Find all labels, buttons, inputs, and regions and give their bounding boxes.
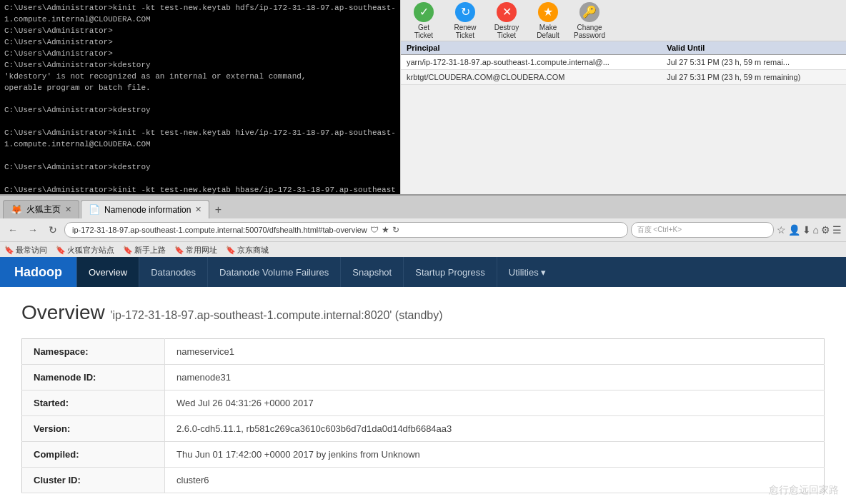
bookmarks-row: 🔖 最常访问🔖 火狐官方站点🔖 新手上路🔖 常用网址🔖 京东商城 [0, 241, 846, 258]
bookmark-最常访问[interactable]: 🔖 最常访问 [4, 245, 47, 256]
page-title: Overview 'ip-172-31-18-97.ap-southeast-1… [21, 301, 825, 324]
field-label: Namespace: [22, 339, 165, 365]
refresh-icon[interactable]: ↻ [392, 225, 399, 235]
browser-chrome: 🦊 火狐主页 ✕📄 Namenode information ✕ + ← → ↻… [0, 194, 846, 258]
info-row: Namenode ID: namenode31 [22, 365, 825, 390]
kerb-btn-getticket[interactable]: ✓ GetTicket [407, 2, 441, 39]
bookmark-常用网址[interactable]: 🔖 常用网址 [174, 245, 217, 256]
bookmark-icon: 🔖 [56, 246, 66, 255]
main-content: Hadoop OverviewDatanodesDatanode Volume … [0, 257, 846, 504]
star-icon: ★ [382, 225, 389, 235]
nav-item-datanodes[interactable]: Datanodes [139, 257, 207, 287]
field-value: Thu Jun 01 17:42:00 +0000 2017 by jenkin… [165, 442, 825, 468]
kerb-btn-icon: ↻ [455, 2, 475, 22]
terminal-line: C:\Users\Administrator>kdestory [4, 60, 396, 71]
kerb-btn-renewticket[interactable]: ↻ RenewTicket [448, 2, 482, 39]
bookmark-label: 新手上路 [134, 245, 166, 256]
nav-item-startup-progress[interactable]: Startup Progress [403, 257, 497, 287]
address-row: ← → ↻ ip-172-31-18-97.ap-southeast-1.com… [0, 218, 846, 241]
info-row: Compiled: Thu Jun 01 17:42:00 +0000 2017… [22, 442, 825, 468]
terminal-panel: C:\Users\Administrator>kinit -kt test-ne… [0, 0, 400, 194]
field-value: cluster6 [165, 468, 825, 493]
kerb-btn-label: DestroyTicket [494, 24, 519, 39]
kerberos-panel: ✓ GetTicket↻ RenewTicket✕ DestroyTicket★… [400, 0, 846, 194]
browser-tab-1[interactable]: 📄 Namenode information ✕ [81, 200, 209, 218]
kerberos-row[interactable]: krbtgt/CLOUDERA.COM@CLOUDERA.COM Jul 27 … [401, 70, 846, 85]
principal-cell: yarn/ip-172-31-18-97.ap-southeast-1.comp… [407, 58, 667, 66]
terminal-line: C:\Users\Administrator> [4, 26, 396, 37]
browser-tab-0[interactable]: 🦊 火狐主页 ✕ [3, 200, 79, 218]
content-area: Overview 'ip-172-31-18-97.ap-southeast-1… [0, 287, 846, 504]
download-icon[interactable]: ⬇ [802, 224, 811, 236]
info-row: Version: 2.6.0-cdh5.11.1, rb581c269ca361… [22, 416, 825, 442]
tab-favicon: 📄 [89, 204, 100, 215]
tab-label: 火狐主页 [26, 203, 61, 216]
kerb-btn-makedefault[interactable]: ★ MakeDefault [531, 2, 565, 39]
nav-item-snapshot[interactable]: Snapshot [340, 257, 403, 287]
home-icon[interactable]: ⌂ [813, 224, 819, 236]
nav-item-datanode-volume-failures[interactable]: Datanode Volume Failures [207, 257, 340, 287]
kerb-btn-destroyticket[interactable]: ✕ DestroyTicket [489, 2, 524, 39]
toolbar-icons: ☆ 👤 ⬇ ⌂ ⚙ ☰ [777, 224, 842, 236]
terminal-line [4, 173, 396, 185]
bookmark-label: 京东商城 [237, 245, 269, 256]
kerb-btn-icon: ★ [538, 2, 558, 22]
terminal-line: C:\Users\Administrator>kdestroy [4, 162, 396, 173]
tabs-row: 🦊 火狐主页 ✕📄 Namenode information ✕ + [0, 196, 846, 218]
forward-button[interactable]: → [24, 221, 41, 238]
kerb-btn-icon: 🔑 [579, 2, 599, 22]
nav-item-overview[interactable]: Overview [76, 257, 139, 287]
info-row: Started: Wed Jul 26 04:31:26 +0000 2017 [22, 390, 825, 416]
search-box[interactable]: 百度 <Ctrl+K> [631, 222, 774, 238]
hadoop-nav: Hadoop OverviewDatanodesDatanode Volume … [0, 257, 846, 287]
hadoop-logo: Hadoop [0, 257, 76, 287]
field-label: Version: [22, 416, 165, 442]
bookmark-icon: 🔖 [4, 246, 14, 255]
bookmark-icon: 🔖 [226, 246, 236, 255]
user-icon[interactable]: 👤 [788, 224, 800, 236]
address-text: ip-172-31-18-97.ap-southeast-1.compute.i… [72, 226, 367, 234]
kerberos-table-header: Principal Valid Until [401, 41, 846, 55]
bookmark-新手上路[interactable]: 🔖 新手上路 [123, 245, 166, 256]
valid-cell: Jul 27 5:31 PM (23 h, 59 m remaining) [667, 73, 840, 81]
nav-item-utilities-▾[interactable]: Utilities ▾ [497, 257, 558, 287]
new-tab-button[interactable]: + [209, 201, 227, 218]
kerberos-row[interactable]: yarn/ip-172-31-18-97.ap-southeast-1.comp… [401, 55, 846, 70]
field-label: Namenode ID: [22, 365, 165, 390]
principal-cell: krbtgt/CLOUDERA.COM@CLOUDERA.COM [407, 73, 667, 81]
tab-label: Namenode information [104, 205, 191, 215]
back-button[interactable]: ← [4, 221, 21, 238]
bookmark-icon: 🔖 [123, 246, 133, 255]
menu-icon[interactable]: ☰ [832, 224, 842, 236]
shield-icon: 🛡 [370, 225, 379, 235]
settings-icon[interactable]: ⚙ [821, 224, 830, 236]
field-label: Compiled: [22, 442, 165, 468]
bookmark-label: 最常访问 [16, 245, 47, 256]
principal-header: Principal [407, 44, 667, 52]
tab-favicon: 🦊 [11, 204, 22, 215]
tab-close-btn[interactable]: ✕ [65, 205, 71, 214]
terminal-line [4, 151, 396, 162]
info-row: Namespace: nameservice1 [22, 339, 825, 365]
address-bar[interactable]: ip-172-31-18-97.ap-southeast-1.compute.i… [64, 222, 628, 238]
terminal-line [4, 94, 396, 106]
field-value: Wed Jul 26 04:31:26 +0000 2017 [165, 390, 825, 416]
bookmark-icon[interactable]: ☆ [777, 224, 786, 236]
kerb-btn-label: ChangePassword [574, 24, 605, 39]
bookmark-icon: 🔖 [174, 246, 184, 255]
terminal-line: C:\Users\Administrator> [4, 37, 396, 49]
reload-button[interactable]: ↻ [44, 221, 61, 238]
info-table: Namespace: nameservice1Namenode ID: name… [21, 338, 825, 493]
tab-close-btn[interactable]: ✕ [195, 205, 201, 214]
field-value: nameservice1 [165, 339, 825, 365]
terminal-line: C:\Users\Administrator>kinit -kt test-ne… [4, 185, 396, 194]
bookmark-火狐官方站点[interactable]: 🔖 火狐官方站点 [56, 245, 114, 256]
terminal-line: C:\Users\Administrator>kinit -kt test-ne… [4, 3, 396, 26]
terminal-line: operable program or batch file. [4, 83, 396, 94]
valid-until-header: Valid Until [667, 44, 840, 52]
bookmark-京东商城[interactable]: 🔖 京东商城 [226, 245, 269, 256]
kerb-btn-icon: ✓ [414, 2, 434, 22]
kerb-btn-changepassword[interactable]: 🔑 ChangePassword [572, 2, 607, 39]
kerb-btn-label: GetTicket [414, 24, 433, 39]
kerb-btn-label: MakeDefault [537, 24, 559, 39]
